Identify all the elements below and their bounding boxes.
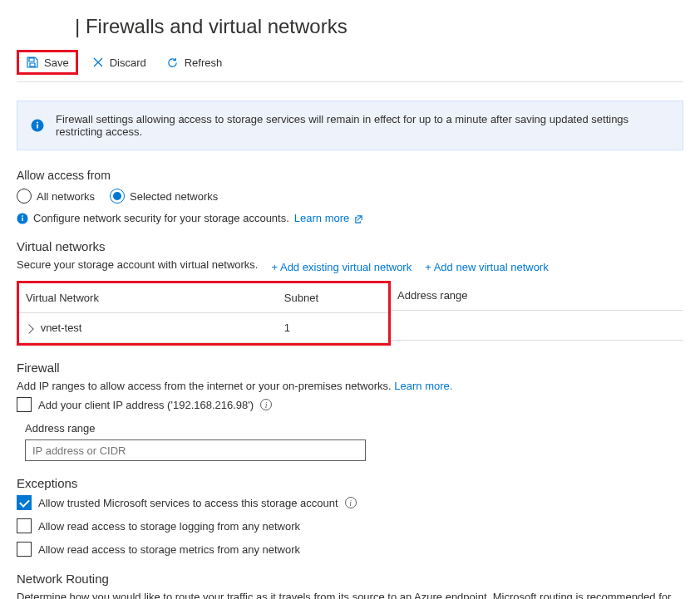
vnet-name: vnet-test <box>41 322 82 334</box>
refresh-button[interactable]: Refresh <box>160 52 229 72</box>
routing-heading: Network Routing <box>17 572 683 586</box>
table-row[interactable]: vnet-test 1 <box>19 313 388 343</box>
add-client-ip-checkbox[interactable] <box>17 397 32 412</box>
address-range-label: Address range <box>25 422 683 435</box>
firewall-subtext: Add IP ranges to allow access from the i… <box>17 380 683 392</box>
chevron-right-icon <box>24 324 33 333</box>
svg-point-2 <box>37 122 38 124</box>
allow-metrics-checkbox[interactable] <box>17 542 32 557</box>
radio-icon <box>17 189 32 204</box>
add-existing-vnet-link[interactable]: + Add existing virtual network <box>271 261 412 273</box>
vnet-subnet-count: 1 <box>278 313 388 343</box>
info-icon <box>31 119 44 132</box>
config-text: Configure network security for your stor… <box>33 212 289 224</box>
config-learn-more-link[interactable]: Learn more <box>294 212 363 224</box>
discard-button[interactable]: Discard <box>85 52 153 72</box>
discard-label: Discard <box>110 56 146 69</box>
allow-trusted-label: Allow trusted Microsoft services to acce… <box>38 497 338 509</box>
vnet-subtext: Secure your storage account with virtual… <box>17 258 258 271</box>
firewall-learn-more-link[interactable]: Learn more. <box>394 380 452 392</box>
firewall-heading: Firewall <box>17 361 683 375</box>
add-new-vnet-link[interactable]: + Add new virtual network <box>425 261 549 273</box>
allow-logging-label: Allow read access to storage logging fro… <box>38 520 300 533</box>
svg-rect-4 <box>22 217 22 220</box>
allow-trusted-checkbox[interactable] <box>17 495 32 510</box>
access-radio-group: All networks Selected networks <box>17 189 683 204</box>
vnet-table: Virtual Network Subnet vnet-test 1 <box>19 283 388 343</box>
allow-logging-checkbox[interactable] <box>17 518 32 533</box>
radio-selected-label: Selected networks <box>130 190 218 203</box>
address-range-input[interactable] <box>25 439 366 461</box>
exceptions-heading: Exceptions <box>17 476 683 490</box>
vnet-heading: Virtual networks <box>17 239 683 253</box>
vnet-table-highlight: Virtual Network Subnet vnet-test 1 <box>17 281 391 346</box>
col-address-range: Address range <box>391 281 683 311</box>
routing-subtext: Determine how you would like to route yo… <box>17 591 683 599</box>
save-button[interactable]: Save <box>17 50 78 75</box>
info-banner-text: Firewall settings allowing access to sto… <box>56 113 669 138</box>
svg-point-5 <box>22 215 23 217</box>
page-title: | Firewalls and virtual networks <box>17 0 683 50</box>
save-label: Save <box>44 56 69 69</box>
allow-metrics-label: Allow read access to storage metrics fro… <box>38 543 300 556</box>
radio-icon <box>110 189 125 204</box>
info-tooltip-icon[interactable]: i <box>260 399 272 410</box>
access-label: Allow access from <box>17 169 683 182</box>
refresh-icon <box>166 56 180 69</box>
external-link-icon <box>354 214 363 223</box>
config-security-line: Configure network security for your stor… <box>17 212 683 224</box>
info-icon <box>17 213 28 224</box>
save-icon <box>26 56 39 69</box>
add-client-ip-label: Add your client IP address ('192.168.216… <box>38 399 254 411</box>
info-banner: Firewall settings allowing access to sto… <box>17 101 683 150</box>
address-range-cell <box>391 311 683 341</box>
info-tooltip-icon[interactable]: i <box>345 497 357 508</box>
svg-rect-1 <box>37 125 38 129</box>
close-icon <box>91 56 105 69</box>
col-virtual-network: Virtual Network <box>19 283 278 313</box>
radio-all-label: All networks <box>37 190 95 203</box>
refresh-label: Refresh <box>185 56 223 69</box>
col-subnet: Subnet <box>278 283 388 313</box>
radio-selected-networks[interactable]: Selected networks <box>110 189 218 204</box>
radio-all-networks[interactable]: All networks <box>17 189 95 204</box>
toolbar: Save Discard Refresh <box>17 50 683 82</box>
